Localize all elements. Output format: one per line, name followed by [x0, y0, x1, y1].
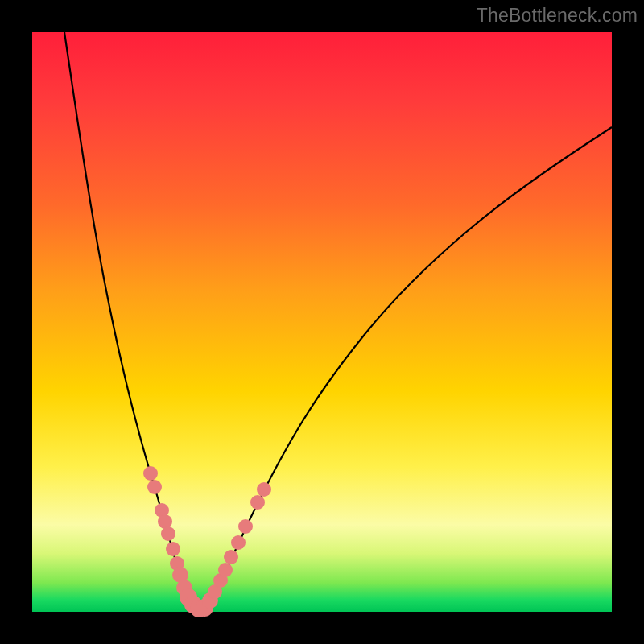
highlight-dot: [224, 550, 238, 564]
highlight-dot: [143, 466, 158, 481]
highlight-dot: [166, 542, 180, 556]
highlight-dot: [218, 563, 233, 577]
curve-left-branch: [64, 32, 197, 609]
curve-right-branch: [197, 127, 612, 609]
plot-area: [32, 32, 612, 612]
highlight-dot: [250, 495, 265, 510]
dots-group: [143, 466, 271, 617]
highlight-dot: [161, 526, 175, 541]
curve-svg: [32, 32, 612, 612]
curve-group: [64, 32, 612, 609]
chart-frame: TheBottleneck.com: [0, 0, 644, 644]
watermark-text: TheBottleneck.com: [477, 5, 638, 27]
highlight-dot: [238, 519, 253, 534]
highlight-dot: [231, 535, 246, 550]
highlight-dot: [257, 482, 271, 497]
highlight-dot: [147, 480, 162, 494]
